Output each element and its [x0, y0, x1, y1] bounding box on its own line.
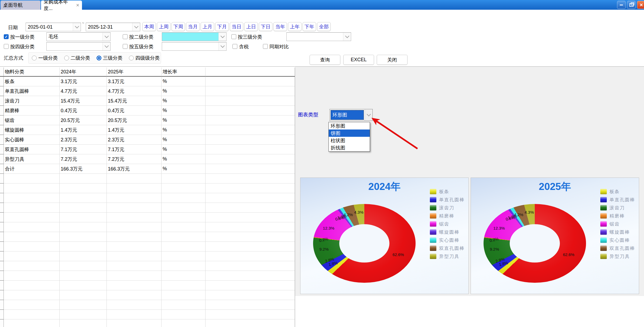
quick-range-button-1[interactable]: 本周: [142, 22, 156, 31]
quick-range-button-3[interactable]: 下周: [172, 22, 185, 31]
legend-label: 单直孔圆棒: [439, 197, 465, 203]
legend-label: 螺旋圆棒: [609, 229, 630, 235]
table-cell: [162, 213, 205, 222]
chart-type-dropdown-arrow[interactable]: [365, 109, 372, 121]
table-cell: 15.4万元: [107, 96, 162, 106]
date-from-combobox[interactable]: 2025-01-01: [26, 23, 81, 31]
table-row[interactable]: 板条3.1万元3.1万元%: [0, 77, 295, 86]
quick-range-button-9[interactable]: 下日: [259, 22, 272, 31]
table-cell: [4, 174, 60, 183]
category-level2-combobox[interactable]: [162, 32, 227, 41]
restore-button[interactable]: [627, 1, 636, 9]
summary-option-label: 一级分类: [38, 55, 58, 61]
table-cell: [4, 300, 60, 310]
category-level3-combobox[interactable]: [286, 32, 351, 41]
chevron-down-icon[interactable]: [102, 42, 110, 50]
table-cell: 2024年: [60, 67, 107, 77]
table-cell: [4, 203, 60, 213]
tab-purchase-cost-annual[interactable]: 采购成本年度... ×: [41, 1, 82, 10]
row-gutter: [0, 115, 4, 125]
table-cell: [107, 174, 162, 183]
category-level4-combobox[interactable]: [46, 42, 111, 51]
legend-swatch: [600, 205, 607, 210]
quick-range-button-11[interactable]: 上年: [288, 22, 302, 31]
row-gutter: [0, 183, 4, 193]
row-gutter: [0, 251, 4, 261]
legend-label: 锯齿: [439, 221, 449, 227]
chevron-down-icon[interactable]: [218, 33, 226, 41]
excel-button[interactable]: EXCEL: [343, 55, 374, 65]
chevron-down-icon[interactable]: [73, 23, 81, 31]
chevron-down-icon[interactable]: [132, 23, 140, 31]
donut-slice-label: 62.6%: [563, 252, 574, 257]
checkbox-category-level3[interactable]: [231, 34, 236, 39]
table-row[interactable]: 螺旋圆棒1.4万元1.4万元%: [0, 125, 295, 135]
donut-slice-label: 9.2%: [319, 247, 328, 251]
table-cell: [107, 310, 162, 319]
quick-range-button-4[interactable]: 当月: [186, 22, 200, 31]
row-gutter: [0, 96, 4, 106]
table-cell-filler: [205, 77, 295, 86]
tab-close-icon[interactable]: ×: [76, 2, 79, 8]
radio-icon[interactable]: [129, 56, 134, 60]
checkbox-tax-included[interactable]: [232, 44, 237, 49]
table-row[interactable]: 双直孔圆棒7.1万元7.1万元%: [0, 145, 295, 154]
quick-range-button-5[interactable]: 上月: [201, 22, 214, 31]
radio-icon[interactable]: [32, 56, 37, 60]
table-empty-row: [0, 242, 295, 251]
table-cell: [162, 222, 205, 232]
summary-option-3[interactable]: 三级分类: [97, 55, 122, 61]
quick-range-button-8[interactable]: 上日: [244, 22, 258, 31]
row-gutter: [0, 319, 4, 327]
chart-type-option-4[interactable]: 折线图: [329, 144, 370, 151]
table-row[interactable]: 精磨棒0.4万元0.4万元%: [0, 106, 295, 115]
summary-option-1[interactable]: 一级分类: [32, 55, 58, 61]
summary-option-2[interactable]: 二级分类: [64, 55, 90, 61]
table-row[interactable]: 实心圆棒2.3万元2.3万元%: [0, 135, 295, 145]
tab-desktop-navigation[interactable]: 桌面导航: [1, 1, 40, 10]
summary-option-4[interactable]: 四级级分类: [129, 55, 160, 61]
quick-range-button-7[interactable]: 当日: [230, 22, 243, 31]
minimize-button[interactable]: [617, 1, 626, 9]
close-button[interactable]: ×: [637, 1, 644, 9]
quick-range-button-2[interactable]: 上周: [157, 22, 170, 31]
chart-type-combobox[interactable]: 环形图: [330, 109, 373, 121]
chevron-down-icon[interactable]: [343, 33, 351, 41]
category-level5-combobox[interactable]: [162, 42, 227, 51]
checkbox-same-period-compare[interactable]: [263, 44, 268, 49]
legend-label: 双直孔圆棒: [609, 245, 635, 251]
table-row[interactable]: 单直孔圆棒4.7万元4.7万元%: [0, 86, 295, 96]
table-cell: [107, 261, 162, 271]
table-cell: [60, 281, 107, 290]
table-cell: [4, 281, 60, 290]
table-row[interactable]: 合计166.3万元166.3万元%: [0, 164, 295, 174]
radio-icon[interactable]: [64, 56, 69, 60]
table-cell-filler: [205, 174, 295, 183]
checkbox-category-level1[interactable]: [4, 34, 9, 39]
table-cell: [60, 310, 107, 319]
query-button[interactable]: 查询: [310, 55, 340, 65]
checkbox-category-level2[interactable]: [123, 34, 128, 39]
close-page-button[interactable]: 关闭: [377, 55, 407, 65]
table-row[interactable]: 异型刀具7.2万元7.2万元%: [0, 154, 295, 164]
chart-type-option-2[interactable]: 饼图: [329, 130, 370, 137]
checkbox-category-level5[interactable]: [123, 44, 128, 49]
chevron-down-icon[interactable]: [218, 42, 226, 50]
table-row[interactable]: 滚齿刀15.4万元15.4万元%: [0, 96, 295, 106]
restore-icon: [629, 3, 633, 7]
chevron-down-icon[interactable]: [102, 33, 110, 41]
quick-range-button-12[interactable]: 下年: [303, 22, 316, 31]
date-to-combobox[interactable]: 2025-12-31: [86, 23, 140, 31]
table-row[interactable]: 锯齿20.5万元20.5万元%: [0, 115, 295, 125]
table-cell: 166.3万元: [60, 164, 107, 174]
category-level1-combobox[interactable]: 毛坯: [46, 32, 111, 41]
quick-range-button-10[interactable]: 当年: [273, 22, 287, 31]
table-cell: [60, 242, 107, 251]
quick-range-button-6[interactable]: 下月: [215, 22, 229, 31]
checkbox-category-level4[interactable]: [4, 44, 9, 49]
radio-icon[interactable]: [97, 56, 101, 60]
chart-type-option-1[interactable]: 环形图: [329, 122, 370, 130]
chart-type-option-3[interactable]: 柱状图: [329, 137, 370, 144]
quick-range-button-13[interactable]: 全部: [317, 22, 331, 31]
table-cell: [162, 281, 205, 290]
